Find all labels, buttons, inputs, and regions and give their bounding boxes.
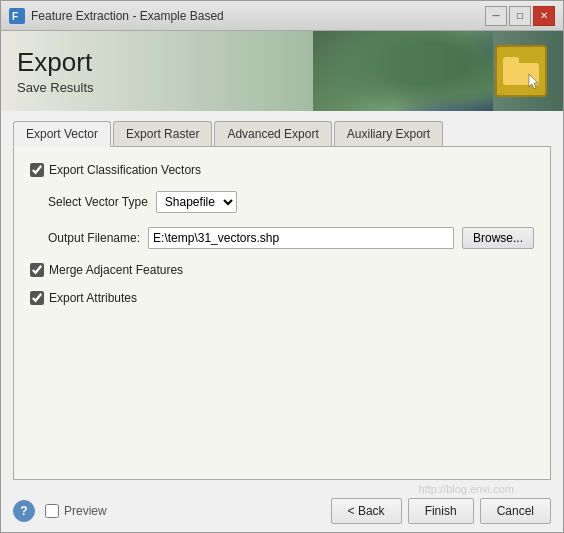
main-window: F Feature Extraction - Example Based ─ □… <box>0 0 564 533</box>
export-attributes-row: Export Attributes <box>30 291 534 305</box>
cancel-button[interactable]: Cancel <box>480 498 551 524</box>
title-bar-left: F Feature Extraction - Example Based <box>9 8 224 24</box>
preview-checkbox[interactable] <box>45 504 59 518</box>
export-vectors-checkbox-label[interactable]: Export Classification Vectors <box>30 163 201 177</box>
output-filename-input[interactable] <box>148 227 454 249</box>
header-title: Export <box>17 47 94 78</box>
title-bar: F Feature Extraction - Example Based ─ □… <box>1 1 563 31</box>
browse-button[interactable]: Browse... <box>462 227 534 249</box>
footer: ? Preview < Back Finish Cancel <box>1 490 563 532</box>
output-filename-row: Output Filename: Browse... <box>30 227 534 249</box>
panel-spacer <box>30 319 534 463</box>
preview-checkbox-group: Preview <box>45 504 107 518</box>
vector-type-select[interactable]: Shapefile <box>156 191 237 213</box>
export-vectors-checkbox[interactable] <box>30 163 44 177</box>
header-subtitle: Save Results <box>17 80 94 95</box>
merge-adjacent-row: Merge Adjacent Features <box>30 263 534 277</box>
header-banner: Export Save Results <box>1 31 563 111</box>
satellite-image <box>313 31 493 111</box>
folder-icon-button[interactable] <box>495 45 547 97</box>
tab-advanced-export[interactable]: Advanced Export <box>214 121 331 146</box>
export-attributes-label: Export Attributes <box>49 291 137 305</box>
app-icon: F <box>9 8 25 24</box>
back-button[interactable]: < Back <box>331 498 402 524</box>
help-button[interactable]: ? <box>13 500 35 522</box>
export-attributes-checkbox-label[interactable]: Export Attributes <box>30 291 137 305</box>
tab-export-raster[interactable]: Export Raster <box>113 121 212 146</box>
window-title: Feature Extraction - Example Based <box>31 9 224 23</box>
export-vectors-row: Export Classification Vectors <box>30 163 534 177</box>
merge-adjacent-checkbox-label[interactable]: Merge Adjacent Features <box>30 263 183 277</box>
footer-left: ? Preview <box>13 500 107 522</box>
export-attributes-checkbox[interactable] <box>30 291 44 305</box>
output-filename-label: Output Filename: <box>48 231 140 245</box>
finish-button[interactable]: Finish <box>408 498 474 524</box>
minimize-button[interactable]: ─ <box>485 6 507 26</box>
export-vectors-label: Export Classification Vectors <box>49 163 201 177</box>
tab-export-vector[interactable]: Export Vector <box>13 121 111 147</box>
vector-type-row: Select Vector Type Shapefile <box>30 191 534 213</box>
tab-bar: Export Vector Export Raster Advanced Exp… <box>13 121 551 147</box>
svg-text:F: F <box>12 11 18 22</box>
vector-type-label: Select Vector Type <box>48 195 148 209</box>
footer-right: < Back Finish Cancel <box>331 498 551 524</box>
preview-label: Preview <box>64 504 107 518</box>
maximize-button[interactable]: □ <box>509 6 531 26</box>
tab-auxiliary-export[interactable]: Auxiliary Export <box>334 121 443 146</box>
merge-adjacent-label: Merge Adjacent Features <box>49 263 183 277</box>
main-content: Export Vector Export Raster Advanced Exp… <box>1 111 563 490</box>
merge-adjacent-checkbox[interactable] <box>30 263 44 277</box>
tab-panel-export-vector: Export Classification Vectors Select Vec… <box>13 147 551 480</box>
header-text: Export Save Results <box>17 47 94 95</box>
title-bar-buttons: ─ □ ✕ <box>485 6 555 26</box>
cursor-icon <box>527 73 541 91</box>
close-button[interactable]: ✕ <box>533 6 555 26</box>
